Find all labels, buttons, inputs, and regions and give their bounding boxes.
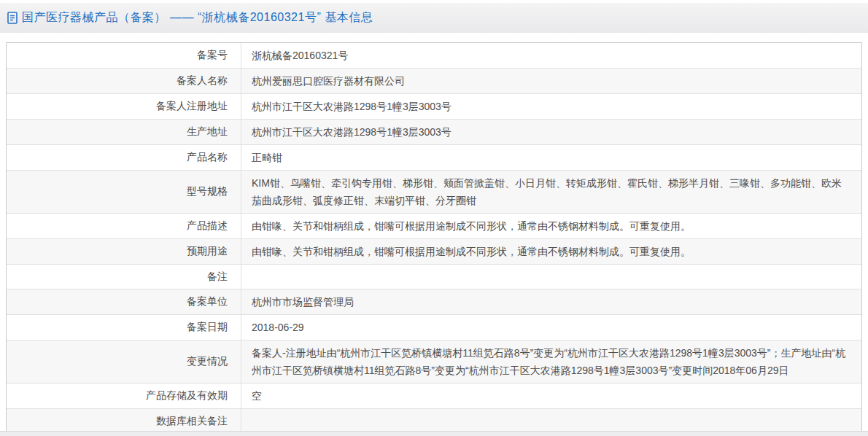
row-value: KIM钳、鸟嘴钳、牵引钩专用钳、梯形钳、颊面管掀盖钳、小日月钳、转矩成形钳、霍氏… [241, 171, 861, 213]
table-row: 型号规格KIM钳、鸟嘴钳、牵引钩专用钳、梯形钳、颊面管掀盖钳、小日月钳、转矩成形… [7, 170, 861, 213]
row-label: 变更情况 [7, 340, 241, 383]
row-value: 杭州市江干区大农港路1298号1幢3层3003号 [241, 120, 861, 144]
row-value: 2018-06-29 [241, 315, 861, 340]
table-row: 产品名称正畸钳 [7, 144, 861, 170]
table-row: 预期用途由钳喙、关节和钳柄组成，钳嘴可根据用途制成不同形状，通常由不锈钢材料制成… [7, 238, 861, 264]
row-value [241, 409, 861, 433]
row-label: 产品描述 [7, 214, 241, 238]
row-value: 由钳喙、关节和钳柄组成，钳嘴可根据用途制成不同形状，通常由不锈钢材料制成。可重复… [241, 239, 861, 264]
row-label: 备案人注册地址 [7, 94, 241, 119]
table-row: 产品描述由钳喙、关节和钳柄组成，钳嘴可根据用途制成不同形状，通常由不锈钢材料制成… [7, 213, 861, 238]
row-label: 型号规格 [7, 171, 241, 213]
table-row: 数据库相关备注 [7, 408, 861, 433]
row-label: 备案单位 [7, 289, 241, 314]
table-row: 备案单位杭州市市场监督管理局 [7, 289, 861, 314]
table-row: 备案人注册地址杭州市江干区大农港路1298号1幢3层3003号 [7, 93, 861, 119]
page-header: 国产医疗器械产品（备案） —— “浙杭械备20160321号” 基本信息 [0, 3, 868, 33]
table-row: 备案日期2018-06-29 [7, 314, 861, 340]
row-label: 备案号 [7, 43, 241, 68]
table-row: 变更情况备案人-注册地址由“杭州市江干区笕桥镇横塘村11组笕石路8号”变更为“杭… [7, 340, 861, 383]
table-row: 备案人名称杭州爱丽思口腔医疗器材有限公司 [7, 68, 861, 93]
row-value: 由钳喙、关节和钳柄组成，钳嘴可根据用途制成不同形状，通常由不锈钢材料制成。可重复… [241, 214, 861, 238]
page-title: 国产医疗器械产品（备案） —— “浙杭械备20160321号” 基本信息 [22, 10, 373, 26]
table-row: 生产地址杭州市江干区大农港路1298号1幢3层3003号 [7, 119, 861, 144]
row-value [241, 265, 861, 289]
row-value: 正畸钳 [241, 145, 861, 170]
table-row: 备注 [7, 264, 861, 289]
row-value: 杭州市市场监督管理局 [241, 289, 861, 314]
row-value: 空 [241, 384, 861, 408]
row-label: 备案日期 [7, 315, 241, 340]
document-icon [7, 12, 18, 24]
row-value: 浙杭械备20160321号 [241, 43, 861, 68]
row-label: 数据库相关备注 [7, 409, 241, 433]
row-label: 备注 [7, 265, 241, 289]
table-row: 备案号浙杭械备20160321号 [7, 43, 861, 68]
row-value: 杭州市江干区大农港路1298号1幢3层3003号 [241, 94, 861, 119]
row-value: 杭州爱丽思口腔医疗器材有限公司 [241, 69, 861, 93]
table-row: 产品存储及有效期空 [7, 383, 861, 408]
row-label: 产品名称 [7, 145, 241, 170]
row-label: 生产地址 [7, 120, 241, 144]
footer-bar [0, 431, 868, 436]
row-label: 产品存储及有效期 [7, 384, 241, 408]
row-value: 备案人-注册地址由“杭州市江干区笕桥镇横塘村11组笕石路8号”变更为“杭州市江干… [241, 340, 861, 383]
info-table: 备案号浙杭械备20160321号备案人名称杭州爱丽思口腔医疗器材有限公司备案人注… [6, 42, 862, 434]
row-label: 备案人名称 [7, 69, 241, 93]
row-label: 预期用途 [7, 239, 241, 264]
